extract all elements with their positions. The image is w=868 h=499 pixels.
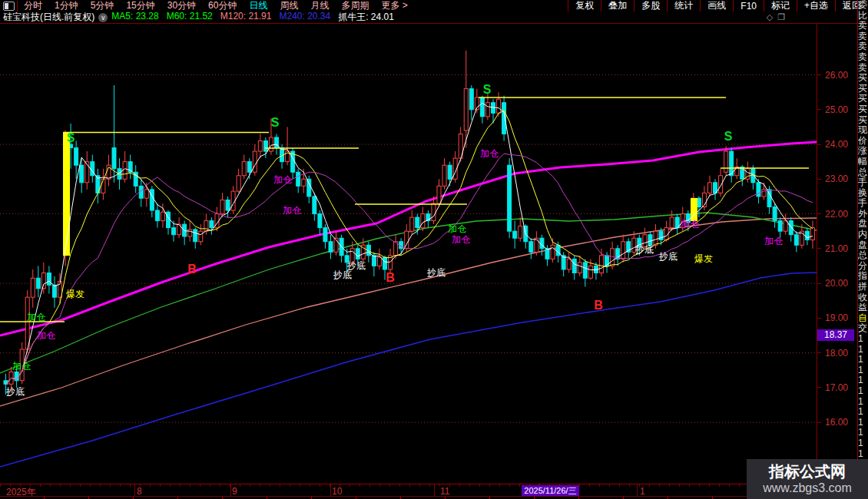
price-tick <box>817 248 821 249</box>
side-panel-item[interactable]: 买 <box>858 104 868 115</box>
date-separator <box>330 484 331 497</box>
tool-button-统计[interactable]: 统计 <box>667 0 700 12</box>
side-panel-item[interactable]: 委 <box>858 0 868 11</box>
side-panel-item[interactable]: 外 <box>858 209 868 220</box>
tool-button-标记[interactable]: 标记 <box>764 0 797 12</box>
annotation-抄底-8: 抄底 <box>346 260 366 271</box>
side-panel-item[interactable]: 1 <box>858 407 868 418</box>
layout-panel-button[interactable] <box>0 1 18 12</box>
watermark-title: 指标公式网 <box>769 462 846 481</box>
side-panel-item[interactable]: 涨 <box>858 146 868 157</box>
tool-button-+自选[interactable]: +自选 <box>797 0 835 12</box>
side-panel-item[interactable]: 1 <box>858 449 868 460</box>
date-separator <box>134 484 135 497</box>
panel-icon[interactable]: ❐ <box>777 12 785 22</box>
annotation-加仓-3: 加仓 <box>37 330 55 341</box>
tool-button-多股[interactable]: 多股 <box>634 0 667 12</box>
side-panel-item[interactable]: 现 <box>858 125 868 136</box>
side-panel-item[interactable]: 益 <box>858 302 868 313</box>
side-panel-item[interactable]: 卖 <box>858 41 868 52</box>
side-panel-item[interactable]: 比 <box>858 11 868 21</box>
date-label-10: 10 <box>332 486 342 497</box>
annotation-抄底-14: 抄底 <box>658 251 678 262</box>
quote-panel-clipped[interactable]: 委比卖卖卖卖卖买买买买买现价涨幅总手换手外盘内盘总分指拼收益自交11111111… <box>857 0 868 499</box>
side-panel-item[interactable]: 卖 <box>858 21 868 31</box>
price-tick <box>817 283 821 284</box>
buy-marker-2: B <box>594 299 603 312</box>
date-separator <box>434 484 435 497</box>
side-panel-item[interactable]: 幅 <box>858 157 868 167</box>
side-panel-item[interactable]: 盘 <box>858 240 868 251</box>
price-axis: 26.0025.0024.0023.0022.0021.0020.0019.00… <box>817 23 858 484</box>
side-panel-item[interactable]: 1 <box>858 355 868 365</box>
indicator-values: MA5: 23.28M60: 21.52M120: 21.91M240: 20.… <box>111 11 402 24</box>
side-panel-item[interactable]: 卖 <box>858 63 868 74</box>
date-axis: 2025年89101112025/11/26/三 <box>0 484 817 497</box>
side-panel-item[interactable]: 分 <box>858 261 868 272</box>
indicator-MA5: MA5: 23.28 <box>111 11 158 24</box>
annotation-加仓-12: 加仓 <box>480 148 499 159</box>
date-label-11: 11 <box>440 486 449 497</box>
side-panel-item[interactable]: 价 <box>858 136 868 147</box>
side-panel-item[interactable]: 买 <box>858 84 868 94</box>
side-panel-item[interactable]: 自 <box>858 313 868 324</box>
annotation-加仓-6: 加仓 <box>283 205 301 216</box>
date-label-9: 9 <box>232 486 237 497</box>
side-panel-item[interactable]: 指 <box>858 271 868 282</box>
date-highlight-label: 2025/11/26/三 <box>522 485 579 496</box>
indicator-抓牛王: 抓牛王: 24.01 <box>338 11 394 24</box>
tool-button-画线[interactable]: 画线 <box>700 0 733 12</box>
date-label-8: 8 <box>137 486 142 497</box>
diamond-icon[interactable]: ◇ <box>767 12 773 22</box>
chevron-down-icon[interactable]: ∨ <box>98 13 108 22</box>
side-panel-item[interactable]: 1 <box>858 397 868 408</box>
tool-button-F10[interactable]: F10 <box>733 0 764 12</box>
side-panel-item[interactable]: 1 <box>858 438 868 449</box>
side-panel-item[interactable]: 收 <box>858 292 868 303</box>
side-panel-item[interactable]: 手 <box>858 177 868 188</box>
watermark-url: www.zbgs3.com <box>763 481 852 496</box>
price-label-21.00: 21.00 <box>825 243 848 254</box>
side-panel-item[interactable]: 1 <box>858 428 868 438</box>
price-tick <box>817 179 821 180</box>
annotation-抄底-0: 抄底 <box>5 386 25 397</box>
side-panel-item[interactable]: 总 <box>858 167 868 178</box>
annotation-爆发-16: 爆发 <box>694 253 713 264</box>
side-panel-item[interactable]: 拼 <box>858 282 868 292</box>
indicator-M240: M240: 20.34 <box>279 11 330 24</box>
side-panel-item[interactable]: 1 <box>858 375 868 386</box>
sell-marker-2: S <box>483 83 492 96</box>
watermark-badge: 指标公式网 www.zbgs3.com <box>747 459 868 499</box>
price-tick <box>817 387 821 388</box>
side-panel-item[interactable]: 1 <box>858 365 868 376</box>
line-blue <box>0 273 817 467</box>
buy-marker-1: B <box>386 271 395 284</box>
side-panel-item[interactable]: 换 <box>858 188 868 199</box>
annotation-加仓-5: 加仓 <box>273 174 292 185</box>
annotation-爆发-4: 爆发 <box>66 289 84 299</box>
side-panel-item[interactable]: 1 <box>858 418 868 428</box>
tool-button-叠加[interactable]: 叠加 <box>601 0 634 12</box>
side-panel-item[interactable]: 盘 <box>858 219 868 230</box>
side-panel-item[interactable]: 交 <box>858 323 868 334</box>
price-tick <box>817 422 821 423</box>
price-label-23.00: 23.00 <box>825 173 848 184</box>
annotation-加仓-17: 加仓 <box>764 236 783 246</box>
side-panel-item[interactable]: 总 <box>858 250 868 261</box>
side-panel-item[interactable]: 手 <box>858 198 868 209</box>
side-panel-item[interactable]: 卖 <box>858 52 868 63</box>
annotation-加仓-1: 加仓 <box>12 361 31 372</box>
side-panel-item[interactable]: 卖 <box>858 31 868 42</box>
side-panel-item[interactable]: 买 <box>858 115 868 126</box>
date-separator <box>637 484 638 497</box>
side-panel-item[interactable]: 1 <box>858 345 868 355</box>
candlestick-chart[interactable]: SSSSBBB抄底加仓加仓加仓爆发加仓加仓抄底抄底抄底加仓加仓加仓抄底抄底加仓爆… <box>0 23 817 484</box>
side-panel-item[interactable]: 1 <box>858 386 868 397</box>
annotation-抄底-13: 抄底 <box>634 244 654 255</box>
side-panel-item[interactable]: 内 <box>858 230 868 240</box>
side-panel-item[interactable]: 买 <box>858 94 868 104</box>
side-panel-item[interactable]: 1 <box>858 334 868 345</box>
side-panel-item[interactable]: 买 <box>858 73 868 84</box>
date-separator <box>230 484 231 497</box>
tool-button-复权[interactable]: 复权 <box>568 0 601 12</box>
